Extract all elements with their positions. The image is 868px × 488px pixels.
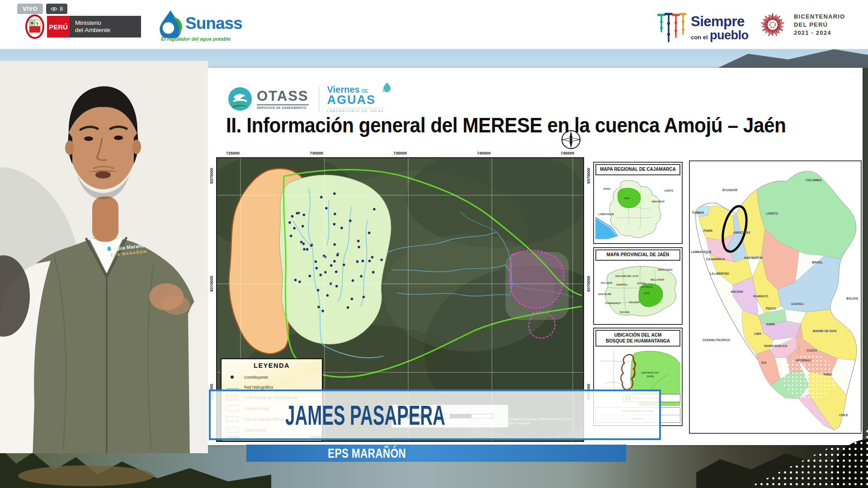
geo-label: HUANUCO bbox=[753, 295, 768, 298]
y-tick: 9370000 bbox=[209, 276, 214, 291]
district-label: HUABAL bbox=[637, 282, 646, 285]
geo-label: COLOMBIA bbox=[806, 178, 821, 182]
siempre-word: Siempre bbox=[691, 14, 749, 28]
region-label: PIURA bbox=[604, 188, 611, 190]
panel-title: MAPA REGIONAL DE CAJAMARCA bbox=[595, 164, 680, 175]
district-label: SAN JOSE DEL ALTO bbox=[615, 275, 638, 277]
viewer-count: 8 bbox=[60, 5, 63, 12]
sunass-tagline: El regulador del agua potable bbox=[161, 36, 253, 42]
presentation-slide: OTASS SERVICIOS DE SANEAMIENTO ViernesDE… bbox=[208, 68, 863, 445]
eye-icon bbox=[51, 7, 57, 11]
geo-label: OCEANO PACIFICO bbox=[703, 338, 730, 342]
ministry-name: Ministerio del Ambiente bbox=[70, 16, 141, 38]
district-label: POMAHUACA bbox=[605, 302, 620, 305]
viernes-subtitle: LABORATORIO DE IDEAS bbox=[327, 108, 384, 113]
geo-label: PUNO bbox=[824, 373, 832, 376]
stream-badges: VIVO 8 bbox=[17, 4, 67, 14]
district-label: COLASAY bbox=[629, 301, 640, 304]
logo-divider bbox=[319, 86, 319, 112]
organization-name: EPS MARAÑÓN bbox=[328, 446, 406, 461]
geo-label: APURIMAC bbox=[796, 359, 811, 362]
viernes-aguas: AGUAS bbox=[327, 94, 384, 106]
quipu-icon bbox=[657, 12, 686, 44]
otass-icon bbox=[228, 87, 252, 111]
geo-label: ANCASH bbox=[731, 290, 743, 293]
geo-label: LORETO bbox=[766, 212, 778, 215]
district-label: SAN FELIPE bbox=[598, 293, 611, 296]
bicentenario-line2: DEL PERÚ bbox=[794, 21, 845, 29]
geo-label: PIURA bbox=[703, 229, 712, 232]
geo-label: HUANCAVELICA bbox=[764, 344, 788, 347]
slide-title: II. Información general del MERESE en la… bbox=[226, 113, 786, 137]
otass-subtitle: SERVICIOS DE SANEAMIENTO bbox=[257, 104, 309, 109]
district-label: LAS PIRIAS bbox=[640, 286, 652, 288]
sunburst-icon bbox=[757, 9, 788, 41]
region-label: LAMBAYEQUE bbox=[598, 213, 614, 216]
legend-swatch bbox=[226, 388, 239, 389]
speaker-webcam: Agua Marañón EPS MARAÑÓN bbox=[0, 61, 208, 453]
minam-logo: PERÚ Ministerio del Ambiente bbox=[25, 14, 141, 39]
district-label: SALLIQUE bbox=[601, 282, 612, 284]
x-tick: 740000 bbox=[477, 151, 491, 155]
panel-title: UBICACIÓN DEL ACM BOSQUE DE HUAMANTANGA bbox=[595, 330, 680, 347]
siempre-con-el-pueblo-logo: Siempre con el pueblo bbox=[657, 12, 749, 44]
panel-title-line1: UBICACIÓN DEL ACM bbox=[614, 333, 661, 338]
legend-label: Red Hidrográfica bbox=[244, 385, 273, 389]
legend-row: Contribuyente bbox=[226, 374, 317, 380]
geo-label: LIMA bbox=[754, 332, 761, 335]
lower-third-banner: JAMES PASAPERA bbox=[209, 389, 661, 440]
district-label: JAÉN bbox=[643, 292, 649, 295]
viernes-de-aguas-logo: ViernesDE AGUAS LABORATORIO DE IDEAS bbox=[327, 85, 384, 113]
geo-label: CAJAMARCA bbox=[706, 258, 725, 261]
panel-title: MAPA PROVINCIAL DE JAÉN bbox=[595, 249, 680, 261]
header-bar: PERÚ Ministerio del Ambiente Sunass El r… bbox=[0, 0, 868, 49]
otass-name: OTASS bbox=[257, 89, 309, 103]
geo-label: AMAZONAS bbox=[733, 231, 750, 234]
geo-label: ICA bbox=[761, 361, 766, 364]
y-tick: 9375000 bbox=[586, 168, 591, 183]
geo-label: LA LIBERTAD bbox=[710, 272, 729, 275]
region-label: LORETO bbox=[664, 189, 674, 192]
panel-title-line2: BOSQUE DE HUAMANTANGA bbox=[606, 338, 670, 343]
geo-label: MADRE DE DIOS bbox=[813, 329, 836, 333]
district-de-jaen-label: DISTRITO DEJAÉN bbox=[634, 371, 666, 379]
video-frame: OTASS SERVICIOS DE SANEAMIENTO ViernesDE… bbox=[0, 0, 868, 488]
organization-bar: EPS MARAÑÓN bbox=[246, 445, 626, 462]
jaen-province-map: SANTA ROSASAN JOSE DEL ALTOBELLAVISTAHUA… bbox=[595, 262, 680, 321]
pueblo: pueblo bbox=[710, 28, 749, 42]
x-tick: 725000 bbox=[226, 151, 240, 155]
district-label: SANTA ROSA bbox=[658, 268, 673, 271]
geo-label: SAN MARTIN bbox=[744, 256, 763, 259]
slide-logos-row: OTASS SERVICIOS DE SANEAMIENTO ViernesDE… bbox=[228, 81, 384, 117]
district-label: CHONTALI bbox=[616, 283, 627, 286]
peru-coat-of-arms bbox=[25, 14, 44, 39]
sunass-drop-icon bbox=[158, 9, 183, 38]
cajamarca-map: PIURALORETOJAÉNAMAZONASLAMBAYEQUE bbox=[595, 177, 680, 239]
geo-label: PASCO bbox=[766, 307, 776, 310]
bicentenario-line3: 2021 - 2024 bbox=[794, 29, 845, 37]
geo-label: TUMBES bbox=[692, 211, 704, 214]
legend-label: Contribuyente bbox=[244, 375, 268, 380]
bicentenario-line1: BICENTENARIO bbox=[794, 13, 845, 21]
legend-title: LEYENDA bbox=[226, 362, 317, 369]
sunass-logo: Sunass El regulador del agua potable bbox=[158, 9, 253, 42]
x-tick: 745000 bbox=[561, 151, 574, 155]
district-label: PUCARÁ bbox=[620, 311, 629, 314]
legend-row: Red Hidrográfica bbox=[226, 385, 317, 389]
speaker-name: JAMES PASAPERA bbox=[285, 399, 445, 431]
geo-label: ECUADOR bbox=[722, 188, 737, 192]
region-label: JAÉN bbox=[623, 197, 629, 200]
map-y-ticks-left: 937500093700009365000 bbox=[209, 174, 214, 394]
speaker-illustration bbox=[0, 61, 208, 453]
region-label: AMAZONAS bbox=[651, 200, 665, 203]
live-badge: VIVO bbox=[17, 4, 43, 14]
legend-swatch bbox=[226, 374, 239, 380]
con-el: con el bbox=[691, 34, 708, 41]
water-drop-icon bbox=[382, 82, 392, 93]
peru-map-panel: ECUADORCOLOMBIABRASILTUMBESPIURALORETOAM… bbox=[689, 160, 862, 434]
y-tick: 9370000 bbox=[586, 276, 591, 291]
geo-label: BRASIL bbox=[812, 261, 823, 264]
district-label: BELLAVISTA bbox=[651, 278, 665, 281]
compass-icon bbox=[561, 129, 581, 150]
otass-logo: OTASS SERVICIOS DE SANEAMIENTO bbox=[257, 89, 309, 109]
